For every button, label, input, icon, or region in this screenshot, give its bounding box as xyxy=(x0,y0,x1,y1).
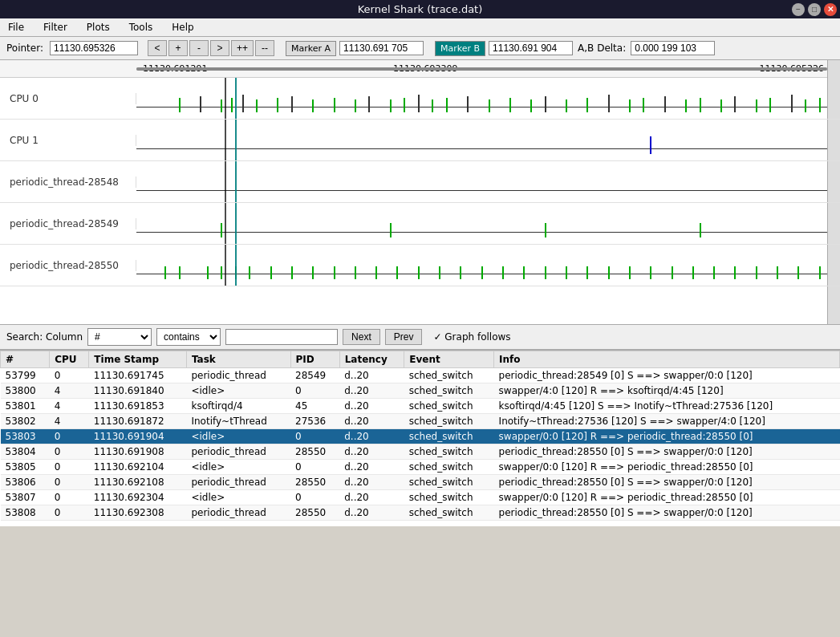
marker-a-section: Marker A xyxy=(286,41,424,56)
cell-timestamp: 11130.691908 xyxy=(89,444,187,460)
table-row[interactable]: 53804011130.691908periodic_thread28550d.… xyxy=(1,444,840,460)
table-row[interactable]: 53803011130.691904<idle>0d..20sched_swit… xyxy=(1,429,840,444)
cell-cpu: 4 xyxy=(50,414,89,429)
col-event: Event xyxy=(404,351,494,368)
nav-plus-plus[interactable]: ++ xyxy=(231,40,254,56)
cell-num: 53806 xyxy=(1,475,50,490)
menu-tools[interactable]: Tools xyxy=(126,20,156,34)
cell-event: sched_switch xyxy=(404,444,494,460)
table-container[interactable]: # CPU Time Stamp Task PID Latency Event … xyxy=(0,350,840,526)
cell-info: swapper/0:0 [120] R ==> periodic_thread:… xyxy=(494,460,840,475)
cell-latency: d..20 xyxy=(339,429,404,444)
nav-minus[interactable]: - xyxy=(189,40,209,56)
col-timestamp: Time Stamp xyxy=(89,351,187,368)
table-row[interactable]: 53807011130.692304<idle>0d..20sched_swit… xyxy=(1,490,840,505)
toolbar: Pointer: < + - > ++ -- Marker A Marker B… xyxy=(0,37,840,60)
cell-cpu: 0 xyxy=(50,505,89,521)
maximize-button[interactable]: □ xyxy=(808,3,821,16)
cell-num: 53800 xyxy=(1,383,50,399)
marker-b-label[interactable]: Marker B xyxy=(435,41,485,56)
cell-timestamp: 11130.692108 xyxy=(89,475,187,490)
cell-event: sched_switch xyxy=(404,429,494,444)
cell-info: periodic_thread:28550 [0] S ==> swapper/… xyxy=(494,444,840,460)
window-title: Kernel Shark (trace.dat) xyxy=(358,3,483,15)
col-num: # xyxy=(1,351,50,368)
minimize-button[interactable]: − xyxy=(792,3,805,16)
cell-task: <idle> xyxy=(186,490,290,505)
menu-file[interactable]: File xyxy=(5,20,27,34)
nav-prev-start[interactable]: < xyxy=(148,40,167,56)
cell-info: periodic_thread:28549 [0] S ==> swapper/… xyxy=(494,368,840,383)
graph-follows-check: ✓ Graph follows xyxy=(433,331,510,343)
cell-timestamp: 11130.692104 xyxy=(89,460,187,475)
cell-cpu: 4 xyxy=(50,383,89,399)
cell-cpu: 0 xyxy=(50,475,89,490)
table-row[interactable]: 53800411130.691840<idle>0d..20sched_swit… xyxy=(1,383,840,399)
nav-minus-minus[interactable]: -- xyxy=(255,40,274,56)
cell-pid: 45 xyxy=(290,399,339,414)
row-label-cpu0: CPU 0 xyxy=(0,93,136,104)
table-row[interactable]: 53802411130.691872Inotify~tThread27536d.… xyxy=(1,414,840,429)
menu-help[interactable]: Help xyxy=(168,20,197,34)
cell-timestamp: 11130.692308 xyxy=(89,505,187,521)
search-bar: Search: Column # CPU Time Stamp Task PID… xyxy=(0,325,840,350)
search-op-select[interactable]: contains equals starts with xyxy=(156,328,221,346)
menu-filter[interactable]: Filter xyxy=(40,20,71,34)
cell-num: 53804 xyxy=(1,444,50,460)
col-info: Info xyxy=(494,351,840,368)
close-button[interactable]: ✕ xyxy=(824,3,837,16)
cell-info: swapper/4:0 [120] R ==> ksoftirqd/4:45 [… xyxy=(494,383,840,399)
cell-timestamp: 11130.691872 xyxy=(89,414,187,429)
table-header-row: # CPU Time Stamp Task PID Latency Event … xyxy=(1,351,840,368)
cell-num: 53801 xyxy=(1,399,50,414)
nav-next-end[interactable]: > xyxy=(210,40,229,56)
cell-event: sched_switch xyxy=(404,490,494,505)
marker-a-label[interactable]: Marker A xyxy=(286,41,336,56)
window-controls: − □ ✕ xyxy=(792,3,837,16)
prev-button[interactable]: Prev xyxy=(385,329,423,345)
cell-num: 53799 xyxy=(1,368,50,383)
cell-pid: 28549 xyxy=(290,368,339,383)
graph-area: 11130.691291 11130.693309 11130.695326 C… xyxy=(0,60,840,325)
row-canvas-pt28548 xyxy=(136,161,840,202)
menu-plots[interactable]: Plots xyxy=(83,20,113,34)
row-canvas-cpu1 xyxy=(136,120,840,160)
cell-task: <idle> xyxy=(186,429,290,444)
table-row[interactable]: 53805011130.692104<idle>0d..20sched_swit… xyxy=(1,460,840,475)
table-row[interactable]: 53801411130.691853ksoftirqd/445d..20sche… xyxy=(1,399,840,414)
col-task: Task xyxy=(186,351,290,368)
menu-bar: File Filter Plots Tools Help xyxy=(0,18,840,37)
table-row[interactable]: 53808011130.692308periodic_thread28550d.… xyxy=(1,505,840,521)
cell-info: ksoftirqd/4:45 [120] S ==> Inotify~tThre… xyxy=(494,399,840,414)
graph-row-cpu1: CPU 1 xyxy=(0,120,840,161)
cell-cpu: 0 xyxy=(50,429,89,444)
nav-plus[interactable]: + xyxy=(168,40,188,56)
table-row[interactable]: 53806011130.692108periodic_thread28550d.… xyxy=(1,475,840,490)
pointer-value[interactable] xyxy=(50,41,138,55)
cell-info: periodic_thread:28550 [0] S ==> swapper/… xyxy=(494,505,840,521)
delta-value[interactable] xyxy=(631,41,715,55)
cell-timestamp: 11130.691904 xyxy=(89,429,187,444)
table-row[interactable]: 53799011130.691745periodic_thread28549d.… xyxy=(1,368,840,383)
col-cpu: CPU xyxy=(50,351,89,368)
next-button[interactable]: Next xyxy=(343,329,380,345)
cell-event: sched_switch xyxy=(404,505,494,521)
search-column-select[interactable]: # CPU Time Stamp Task PID Latency Event … xyxy=(87,328,152,346)
search-label: Search: Column xyxy=(6,331,83,343)
delta-label: A,B Delta: xyxy=(578,43,626,54)
cell-latency: d..20 xyxy=(339,490,404,505)
graph-row-pt28550: periodic_thread-28550 xyxy=(0,245,840,286)
cell-info: swapper/0:0 [120] R ==> periodic_thread:… xyxy=(494,490,840,505)
marker-a-value[interactable] xyxy=(339,41,424,55)
row-canvas-pt28549 xyxy=(136,203,840,244)
title-bar: Kernel Shark (trace.dat) − □ ✕ xyxy=(0,0,840,18)
graph-row-pt28549: periodic_thread-28549 xyxy=(0,203,840,245)
marker-b-value[interactable] xyxy=(489,41,573,55)
graph-rows: CPU 0 xyxy=(0,78,840,324)
cell-num: 53802 xyxy=(1,414,50,429)
cell-latency: d..20 xyxy=(339,505,404,521)
cell-timestamp: 11130.691840 xyxy=(89,383,187,399)
cell-task: periodic_thread xyxy=(186,444,290,460)
search-input[interactable] xyxy=(225,329,338,345)
cell-task: <idle> xyxy=(186,460,290,475)
